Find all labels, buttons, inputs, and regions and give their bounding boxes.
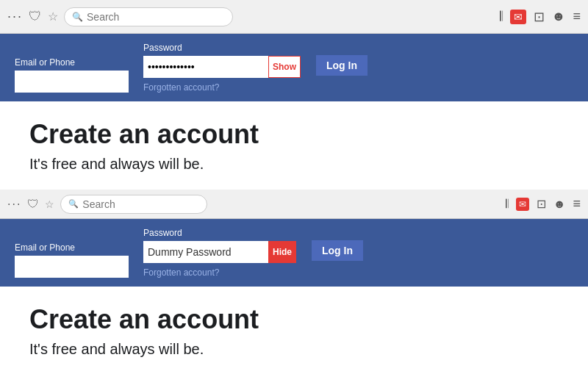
mail-icon-1[interactable]: ✉ — [510, 10, 526, 24]
pocket-icon-1[interactable]: 🛡 — [29, 9, 42, 24]
pocket-icon-2[interactable]: 🛡 — [27, 198, 39, 211]
toolbar-right-2: 𝄃 ✉ ⊡ ☻ ≡ — [506, 196, 581, 212]
login-button-2[interactable]: Log In — [311, 240, 364, 262]
search-input-2[interactable] — [82, 198, 199, 210]
hamburger-icon-1[interactable]: ≡ — [573, 9, 581, 24]
fb-content-1: Create an account It's free and always w… — [0, 101, 588, 190]
create-account-subtitle-2: It's free and always will be. — [29, 341, 559, 358]
library-icon-2[interactable]: 𝄃 — [506, 198, 509, 211]
login-group-2: Log In — [311, 240, 364, 262]
menu-dots-2[interactable]: ··· — [7, 198, 21, 211]
search-icon-2: 🔍 — [68, 199, 79, 209]
search-box-2[interactable]: 🔍 — [60, 195, 207, 214]
reader-icon-1[interactable]: ⊡ — [534, 9, 545, 25]
password-group-2: Password Hide Forgotten account? — [143, 228, 296, 278]
star-icon-1[interactable]: ☆ — [48, 10, 58, 24]
email-input-2[interactable] — [15, 256, 129, 278]
password-input-2[interactable] — [143, 241, 268, 263]
create-account-title-2: Create an account — [29, 304, 559, 335]
hamburger-icon-2[interactable]: ≡ — [573, 196, 581, 212]
forgotten-account-2[interactable]: Forgotten account? — [143, 267, 296, 278]
email-group-1: Email or Phone — [15, 57, 129, 93]
email-label-1: Email or Phone — [15, 57, 129, 68]
password-group-1: Password Show Forgotten account? — [143, 43, 301, 93]
fb-header-1: Email or Phone Password Show Forgotten a… — [0, 34, 588, 101]
password-label-2: Password — [143, 228, 296, 238]
password-input-wrap-1: Show — [143, 56, 301, 78]
account-icon-2[interactable]: ☻ — [553, 198, 566, 211]
email-input-1[interactable] — [15, 71, 129, 93]
reader-icon-2[interactable]: ⊡ — [537, 197, 546, 211]
star-icon-2[interactable]: ☆ — [45, 198, 54, 210]
fb-header-2: Email or Phone Password Hide Forgotten a… — [0, 219, 588, 287]
account-icon-1[interactable]: ☻ — [552, 9, 566, 24]
menu-dots-1[interactable]: ··· — [7, 9, 23, 24]
create-account-subtitle-1: It's free and always will be. — [29, 156, 559, 173]
hide-password-button-2[interactable]: Hide — [268, 241, 296, 263]
search-icon-1: 🔍 — [72, 12, 83, 22]
fb-content-2: Create an account It's free and always w… — [0, 287, 588, 370]
search-input-1[interactable] — [87, 11, 225, 23]
login-button-1[interactable]: Log In — [315, 54, 368, 76]
password-label-1: Password — [143, 43, 301, 53]
forgotten-account-1[interactable]: Forgotten account? — [143, 82, 301, 93]
search-box-1[interactable]: 🔍 — [64, 7, 233, 26]
password-input-1[interactable] — [143, 56, 268, 78]
password-input-wrap-2: Hide — [143, 241, 296, 263]
library-icon-1[interactable]: 𝄃 — [500, 9, 503, 24]
toolbar-right-1: 𝄃 ✉ ⊡ ☻ ≡ — [500, 9, 581, 25]
email-group-2: Email or Phone — [15, 242, 129, 278]
browser-toolbar-1: ··· 🛡 ☆ 🔍 𝄃 ✉ ⊡ ☻ ≡ — [0, 0, 588, 34]
create-account-title-1: Create an account — [29, 119, 559, 150]
login-group-1: Log In — [315, 54, 368, 76]
mail-icon-2[interactable]: ✉ — [516, 198, 529, 211]
email-label-2: Email or Phone — [15, 242, 129, 253]
show-password-button-1[interactable]: Show — [268, 56, 301, 78]
browser-toolbar-2: ··· 🛡 ☆ 🔍 𝄃 ✉ ⊡ ☻ ≡ — [0, 190, 588, 219]
